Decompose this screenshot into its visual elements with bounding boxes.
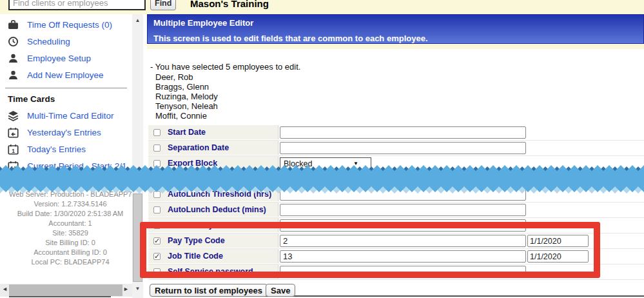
server-info-line: Accountant: 1 [9,219,132,228]
sidebar-item-yesterdays-entries[interactable]: Yesterday's Entries [0,124,132,141]
scroll-right-arrow-icon[interactable]: ► [123,286,129,292]
calendar-back-icon [8,127,19,138]
scroll-up-arrow-icon[interactable]: ▲ [132,17,143,23]
briefcase-icon [8,19,19,30]
employee-name: Moffit, Connie [155,111,218,121]
input-start-date[interactable] [280,126,526,139]
sidebar-item-add-new-employee[interactable]: Add New Employee [0,66,132,83]
svg-text:1: 1 [12,147,15,154]
scroll-left-arrow-icon[interactable]: ◄ [2,286,8,292]
server-info-line: Accountant Billing ID: 0 [9,248,132,257]
sidebar-item-todays-entries[interactable]: 1 Today's Entries [0,141,132,157]
server-info-line: Local PC: BLADEAPP74 [9,257,132,267]
field-label-cell: AutoLunch Deduct (mins) [148,203,278,217]
server-info-line: Version: 1.2.7334.5146 [9,199,132,209]
server-info-line: Site Billing ID: 0 [9,238,132,248]
field-label-cell: Start Date [148,125,278,139]
sidebar-item-scheduling[interactable]: Scheduling [0,33,132,50]
field-row-autolunch-deduct-mins: AutoLunch Deduct (mins) [148,203,644,218]
sidebar-divider [5,88,127,88]
layers-icon [8,110,19,121]
input-separation-date[interactable] [280,142,526,154]
sidebar-item-label: Scheduling [27,37,70,46]
employee-name: Deer, Rob [155,72,218,82]
person-icon [8,53,19,64]
bottom-border-line [9,296,111,297]
employee-name: Braggs, Glenn [155,82,218,92]
field-label-cell: Separation Date [148,141,278,155]
sidebar-section-time-cards: Time Cards [0,92,132,107]
sidebar-item-employee-setup[interactable]: Employee Setup [0,50,132,66]
checkbox-separation-date[interactable] [153,144,161,152]
checkbox-autolunch-deduct-mins[interactable] [153,206,161,214]
sidebar-item-label: Employee Setup [27,54,91,63]
field-row-start-date: Start Date [148,125,644,141]
field-row-separation-date: Separation Date [148,141,644,156]
field-label: Separation Date [168,143,229,152]
search-input[interactable] [8,0,146,10]
calendar-1-icon: 1 [8,144,19,155]
page-title: Mason's Training [190,0,269,9]
editor-header-title: Multiple Employee Editor [153,18,638,28]
server-info: Web Server: Production - BLADEAPP74 Vers… [9,190,132,267]
field-label: Start Date [168,128,206,137]
horizontal-scrollbar-thumb[interactable] [9,284,122,296]
top-bar: Find Mason's Training [0,0,644,14]
sidebar-item-label: Add New Employee [27,70,104,80]
return-to-list-button[interactable]: Return to list of employees [150,284,268,297]
clock-icon [8,36,19,47]
sidebar-item-label: Yesterday's Entries [27,128,101,137]
scroll-down-arrow-icon[interactable]: ▼ [132,286,143,292]
employee-name: Tenyson, Neleah [155,101,218,111]
server-info-line: Build Date: 1/30/2020 2:51:38 AM [9,209,132,219]
sidebar-item-multi-time-card-editor[interactable]: Multi-Time Card Editor [0,107,132,124]
torn-edge-decoration [0,165,644,192]
selected-employee-list: Deer, Rob Braggs, Glenn Ruzinga, Melody … [155,72,218,121]
find-button[interactable]: Find [150,0,176,10]
sidebar-item-label: Today's Entries [27,144,86,154]
selection-note: - You have selected 5 employees to edit. [150,62,300,72]
person-icon [8,70,19,81]
checkbox-start-date[interactable] [153,129,161,136]
employee-name: Ruzinga, Melody [155,92,218,101]
red-highlight-rectangle [140,222,600,278]
sidebar-item-label: Multi-Time Card Editor [27,111,114,121]
sidebar-item-time-off-requests[interactable]: Time Off Requests (0) [0,16,132,33]
sidebar: Time Off Requests (0) Scheduling Employe… [0,14,132,298]
sidebar-item-label: Time Off Requests (0) [27,20,112,30]
input-autolunch-deduct-mins[interactable] [280,204,526,216]
field-label: AutoLunch Deduct (mins) [168,205,266,214]
horizontal-scrollbar[interactable]: ◄ ► [0,284,132,297]
server-info-line: Site: 35829 [9,228,132,238]
save-button[interactable]: Save [266,284,295,297]
editor-header-subtitle: This screen is used to edit fields that … [153,34,638,43]
editor-header: Multiple Employee Editor This screen is … [147,14,644,44]
